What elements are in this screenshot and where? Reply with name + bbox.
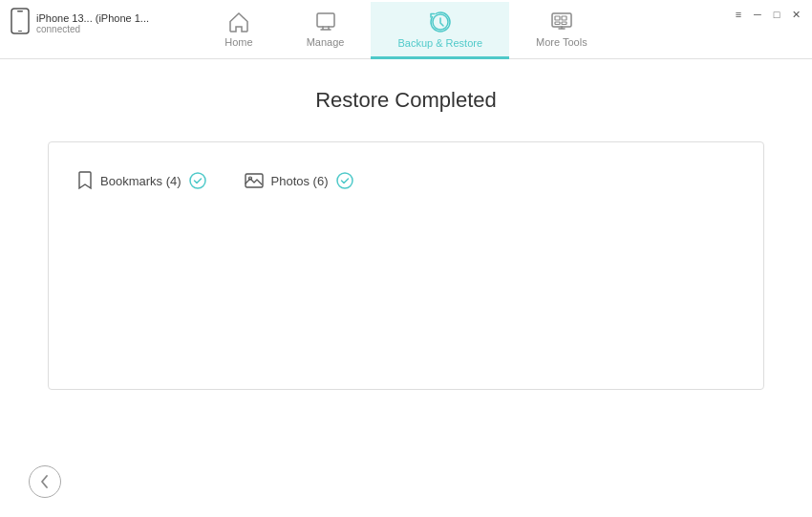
- svg-rect-2: [18, 31, 22, 32]
- device-text: iPhone 13... (iPhone 1... connected: [36, 12, 149, 34]
- svg-point-9: [190, 173, 205, 188]
- minimize-button[interactable]: ─: [749, 6, 766, 23]
- svg-point-12: [337, 173, 353, 188]
- check-icon-bookmarks: [189, 172, 206, 189]
- svg-rect-7: [555, 22, 560, 25]
- backup-restore-icon: [428, 11, 453, 33]
- result-card: Bookmarks (4) Photos (6): [48, 141, 764, 390]
- home-icon: [227, 11, 250, 32]
- main-content: Restore Completed Bookmarks (4): [0, 59, 812, 428]
- result-item-label-photos: Photos (6): [271, 174, 329, 188]
- bookmark-icon: [77, 171, 93, 190]
- nav-item-home[interactable]: Home: [198, 2, 279, 59]
- svg-rect-0: [11, 9, 29, 33]
- title-bar: ≡ ─ □ ✕: [722, 0, 812, 29]
- check-icon-photos: [336, 172, 353, 189]
- result-item-label-bookmarks: Bookmarks (4): [100, 174, 182, 188]
- nav-label-manage: Manage: [307, 36, 345, 48]
- device-icon: [10, 8, 31, 39]
- svg-rect-6: [562, 16, 566, 20]
- nav-item-backup-restore[interactable]: Backup & Restore: [371, 2, 509, 59]
- nav-label-home: Home: [224, 36, 252, 48]
- svg-rect-1: [17, 11, 23, 12]
- nav-item-more-tools[interactable]: More Tools: [509, 2, 614, 59]
- menu-button[interactable]: ≡: [730, 6, 747, 23]
- nav-item-manage[interactable]: Manage: [280, 2, 372, 59]
- svg-rect-3: [317, 13, 334, 27]
- nav-label-more-tools: More Tools: [536, 36, 588, 48]
- result-item-photos: Photos (6): [245, 171, 353, 190]
- page-title: Restore Completed: [315, 88, 497, 113]
- device-name: iPhone 13... (iPhone 1...: [36, 12, 149, 24]
- maximize-button[interactable]: □: [768, 6, 785, 23]
- result-items: Bookmarks (4) Photos (6): [77, 171, 735, 190]
- manage-icon: [314, 11, 337, 32]
- result-item-bookmarks: Bookmarks (4): [77, 171, 206, 190]
- more-tools-icon: [549, 11, 574, 32]
- svg-rect-5: [555, 16, 560, 20]
- svg-rect-8: [562, 22, 566, 25]
- device-info: iPhone 13... (iPhone 1... connected: [10, 8, 149, 39]
- close-button[interactable]: ✕: [787, 6, 804, 23]
- photo-icon: [245, 173, 264, 188]
- back-button[interactable]: [29, 465, 61, 498]
- nav-label-backup-restore: Backup & Restore: [397, 37, 482, 49]
- device-status: connected: [36, 24, 149, 34]
